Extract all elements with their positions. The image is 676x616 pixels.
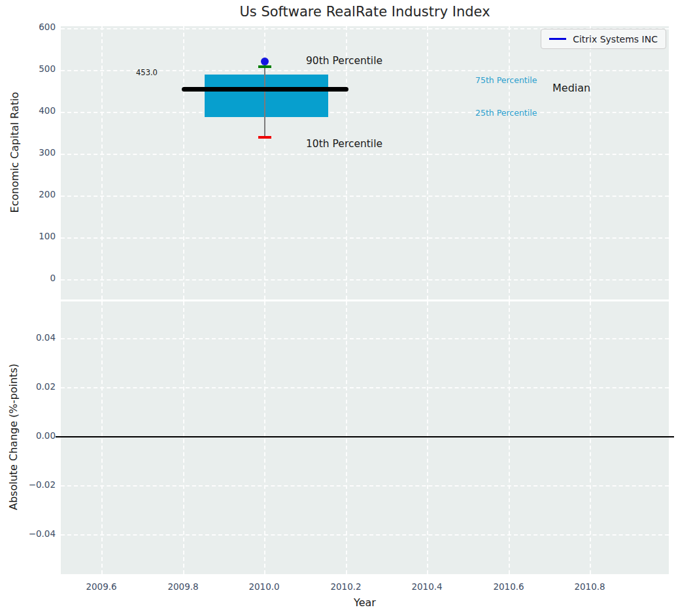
gridline (61, 237, 669, 239)
xtick-label: 2009.8 (157, 581, 209, 592)
gridline (101, 301, 103, 574)
gridline (509, 301, 510, 574)
ytick-label: 100 (39, 231, 56, 241)
xtick-label: 2010.0 (238, 581, 290, 592)
gridline (183, 301, 184, 574)
ytick-label: 300 (39, 147, 56, 158)
ytick-label: −0.04 (29, 528, 56, 539)
ytick-label: 500 (39, 63, 56, 74)
p10-cap-marker (258, 136, 271, 139)
gridline (590, 301, 591, 574)
gridline (61, 534, 669, 536)
median-value-label: 453.0 (136, 68, 158, 77)
xtick-label: 2010.8 (564, 581, 616, 592)
gridline (61, 485, 669, 487)
gridline (590, 26, 591, 299)
p75-label: 75th Percentile (475, 75, 537, 85)
gridline (427, 301, 428, 574)
gridline (264, 301, 265, 574)
ylabel-economic-capital-ratio: Economic Capital Ratio (8, 92, 21, 213)
median-label: Median (552, 82, 590, 94)
gridline (61, 196, 669, 197)
zero-baseline (56, 436, 674, 437)
legend-entry-label: Citrix Systems INC (573, 34, 658, 44)
ytick-label: 0.02 (36, 381, 56, 392)
gridline (61, 279, 669, 281)
p90-cap-marker (258, 65, 271, 68)
gridline (61, 154, 669, 155)
ylabel-absolute-change: Absolute Change (%-points) (7, 364, 20, 510)
ytick-label: 0.04 (36, 332, 56, 343)
whisker-line (264, 67, 265, 137)
gridline (61, 338, 669, 339)
xlabel-year: Year (61, 596, 669, 609)
gridline (509, 26, 510, 299)
gridline (61, 112, 669, 113)
xtick-label: 2010.2 (320, 581, 372, 592)
interquartile-box (205, 75, 328, 117)
axes-economic-capital-ratio: 453.0 90th Percentile 10th Percentile 75… (61, 26, 669, 299)
gridline (346, 26, 347, 299)
gridline (183, 26, 184, 299)
gridline (346, 301, 347, 574)
axes-absolute-change (61, 301, 669, 574)
xtick-label: 2010.6 (482, 581, 535, 592)
company-value-marker (261, 58, 269, 65)
gridline (61, 387, 669, 388)
ytick-label: 0.00 (36, 430, 56, 441)
legend-line-icon (549, 38, 566, 40)
p25-label: 25th Percentile (475, 108, 537, 118)
ytick-label: 200 (39, 189, 56, 199)
p90-label: 90th Percentile (306, 55, 382, 67)
ytick-label: 400 (39, 105, 56, 116)
ytick-label: −0.02 (29, 479, 56, 490)
xtick-label: 2009.6 (75, 581, 127, 592)
ytick-label: 0 (50, 273, 56, 283)
p10-label: 10th Percentile (306, 138, 382, 150)
legend: Citrix Systems INC (541, 29, 666, 49)
gridline (427, 26, 428, 299)
chart-title: Us Software RealRate Industry Index (61, 4, 669, 20)
median-line (182, 87, 348, 92)
ytick-label: 600 (39, 22, 56, 32)
xtick-label: 2010.4 (401, 581, 453, 592)
gridline (101, 26, 103, 299)
chart-figure: Us Software RealRate Industry Index 453.… (0, 0, 676, 616)
